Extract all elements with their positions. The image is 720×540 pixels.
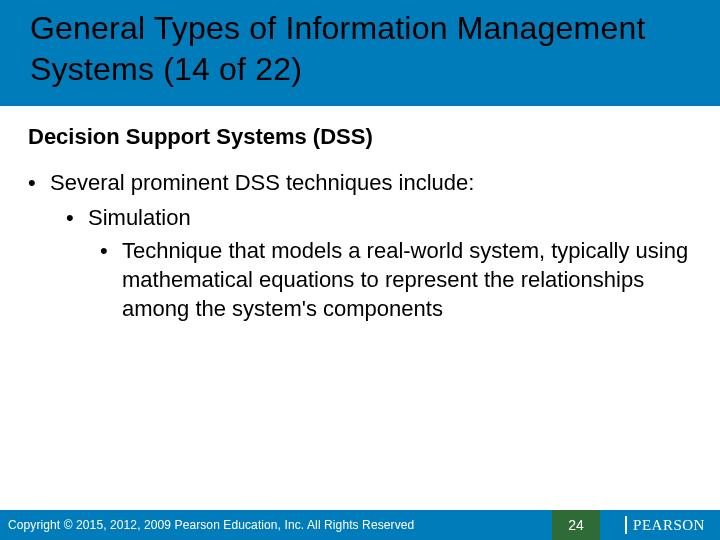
slide: General Types of Information Management …: [0, 0, 720, 540]
body-content: • Several prominent DSS techniques inclu…: [28, 168, 692, 323]
bullet-dot: •: [66, 203, 88, 232]
bullet-text: Simulation: [88, 203, 191, 232]
bullet-dot: •: [100, 236, 122, 323]
bullet-level3: • Technique that models a real-world sys…: [100, 236, 692, 323]
bullet-dot: •: [28, 168, 50, 197]
bullet-level2: • Simulation: [66, 203, 692, 232]
copyright-text: Copyright © 2015, 2012, 2009 Pearson Edu…: [8, 518, 414, 532]
bullet-level1: • Several prominent DSS techniques inclu…: [28, 168, 692, 197]
publisher-logo: PEARSON: [610, 510, 720, 540]
bullet-text: Technique that models a real-world syste…: [122, 236, 692, 323]
logo-bar-icon: [625, 516, 627, 534]
bullet-text: Several prominent DSS techniques include…: [50, 168, 474, 197]
section-heading: Decision Support Systems (DSS): [28, 124, 373, 150]
logo-text: PEARSON: [633, 517, 705, 534]
page-number: 24: [552, 510, 600, 540]
slide-title: General Types of Information Management …: [30, 8, 720, 90]
